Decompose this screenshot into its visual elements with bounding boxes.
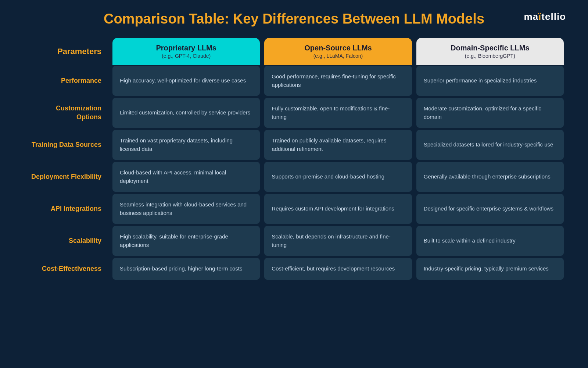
cell-prop-6: Subscription-based pricing, higher long-… xyxy=(112,258,260,280)
cell-prop-0: High accuracy, well-optimized for divers… xyxy=(112,66,260,96)
header-opensource: Open-Source LLMs (e.g., LLaMA, Falcon) xyxy=(264,38,412,65)
header-domain: Domain-Specific LLMs (e.g., BloombergGPT… xyxy=(416,38,564,65)
header-proprietary: Proprietary LLMs (e.g., GPT-4, Claude) xyxy=(112,38,260,65)
cell-domain-2: Specialized datasets tailored for indust… xyxy=(416,130,564,160)
cell-domain-4: Designed for specific enterprise systems… xyxy=(416,194,564,224)
header-params-cell: Parameters xyxy=(22,38,110,65)
page-title: Comparison Table: Key Differences Betwee… xyxy=(104,11,484,27)
comparison-table: Parameters Proprietary LLMs (e.g., GPT-4… xyxy=(22,38,566,281)
cell-prop-1: Limited customization, controlled by ser… xyxy=(112,98,260,128)
proprietary-subtitle: (e.g., GPT-4, Claude) xyxy=(162,53,211,59)
row-label-3: Deployment Flexibility xyxy=(22,161,110,193)
cell-prop-3: Cloud-based with API access, minimal loc… xyxy=(112,162,260,192)
cell-domain-6: Industry-specific pricing, typically pre… xyxy=(416,258,564,280)
cell-domain-5: Built to scale within a defined industry xyxy=(416,226,564,256)
logo: maïtellio xyxy=(524,11,566,22)
cell-open-2: Trained on publicly available datasets, … xyxy=(264,130,412,160)
cell-domain-1: Moderate customization, optimized for a … xyxy=(416,98,564,128)
cell-prop-5: High scalability, suitable for enterpris… xyxy=(112,226,260,256)
proprietary-title: Proprietary LLMs xyxy=(156,44,216,52)
page-header: Comparison Table: Key Differences Betwee… xyxy=(22,11,566,27)
cell-open-1: Fully customizable, open to modification… xyxy=(264,98,412,128)
cell-open-5: Scalable, but depends on infrastructure … xyxy=(264,226,412,256)
cell-open-6: Cost-efficient, but requires development… xyxy=(264,258,412,280)
domain-subtitle: (e.g., BloombergGPT) xyxy=(465,53,515,59)
cell-open-3: Supports on-premise and cloud-based host… xyxy=(264,162,412,192)
opensource-subtitle: (e.g., LLaMA, Falcon) xyxy=(313,53,363,59)
params-label: Parameters xyxy=(57,47,101,56)
cell-open-4: Requires custom API development for inte… xyxy=(264,194,412,224)
cell-prop-4: Seamless integration with cloud-based se… xyxy=(112,194,260,224)
row-label-1: Customization Options xyxy=(22,97,110,129)
opensource-title: Open-Source LLMs xyxy=(304,44,372,52)
cell-prop-2: Trained on vast proprietary datasets, in… xyxy=(112,130,260,160)
cell-domain-3: Generally available through enterprise s… xyxy=(416,162,564,192)
domain-title: Domain-Specific LLMs xyxy=(451,44,529,52)
row-label-2: Training Data Sources xyxy=(22,129,110,161)
cell-domain-0: Superior performance in specialized indu… xyxy=(416,66,564,96)
row-label-5: Scalability xyxy=(22,225,110,257)
row-label-4: API Integrations xyxy=(22,193,110,225)
cell-open-0: Good performance, requires fine-tuning f… xyxy=(264,66,412,96)
row-label-6: Cost-Effectiveness xyxy=(22,257,110,281)
row-label-0: Performance xyxy=(22,65,110,97)
